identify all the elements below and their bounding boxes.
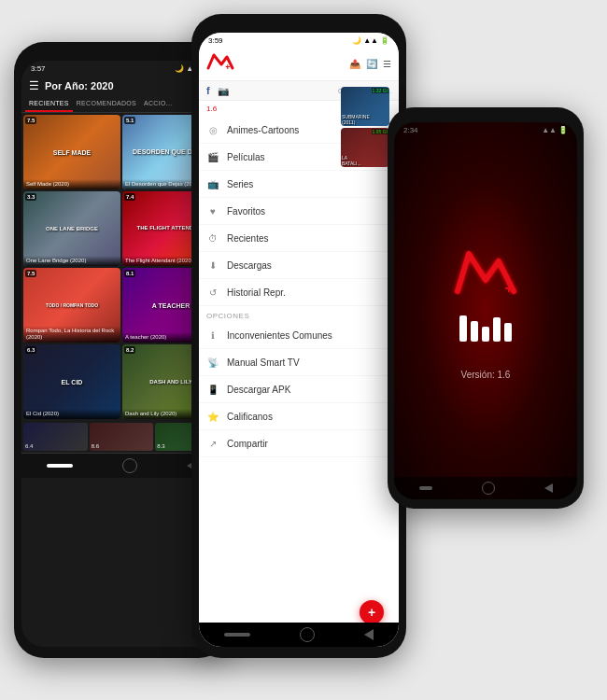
nav-circle-2[interactable] (300, 627, 315, 642)
compartir-icon: ↗ (206, 437, 219, 450)
thumb-size-1: 1.32 GI (372, 88, 388, 93)
battery-icon-3: 🔋 (558, 126, 568, 134)
menu-label-recientes: Recientes (227, 233, 268, 244)
menu-item-compartir[interactable]: ↗ Compartir (199, 430, 399, 457)
smarttv-icon: 📡 (206, 356, 219, 369)
menu-item-inconvenientes[interactable]: ℹ Inconvenientes Comunes (199, 322, 399, 349)
menu-label-animes: Animes-Cartoons (227, 125, 299, 135)
time-center: 3:59 (208, 36, 223, 45)
header-icons: 📤 🔄 ☰ (349, 59, 391, 69)
nav-home-2[interactable] (224, 633, 250, 637)
menu-item-series[interactable]: 📺 Series (199, 171, 399, 198)
menu-item-apk[interactable]: 📱 Descargar APK (199, 376, 399, 403)
time-left: 3:57 (31, 64, 46, 73)
menu-item-descargas[interactable]: ⬇ Descargas (199, 252, 399, 279)
instagram-icon[interactable]: 📷 (218, 86, 229, 96)
menu-label-favoritos: Favoritos (227, 206, 265, 217)
recientes-icon: ⏱ (206, 231, 219, 245)
menu-item-favoritos[interactable]: ♥ Favoritos (199, 198, 399, 225)
status-bar-center: 3:59 🌙 ▲▲ 🔋 (199, 33, 399, 48)
rating-bottom-2: 8.6 (92, 443, 99, 449)
movie-card[interactable]: ONE LANE BRIDGE 3.3 One Lane Bridge (202… (23, 191, 120, 266)
series-icon: 📺 (206, 177, 219, 190)
fab-button[interactable]: + (360, 600, 384, 624)
movie-card[interactable]: TODO / ROMPAN TODO 7.5 Rompan Todo, La H… (23, 268, 120, 343)
menu-icon[interactable]: ☰ (29, 79, 39, 92)
thumb-label-batalla: LABATALI... (342, 155, 361, 166)
tab-recomendados[interactable]: RECOMENDADOS (73, 96, 140, 112)
options-section-title: Opciones (199, 306, 399, 322)
phone-right-screen: 2:34 ▲▲ 🔋 + (394, 122, 577, 499)
menu-icon-2[interactable]: ☰ (383, 59, 391, 69)
menu-item-historial[interactable]: ↺ Historial Repr. (199, 279, 399, 306)
movie-rating: 8.1 (124, 270, 135, 277)
nav-home[interactable] (47, 464, 73, 468)
movie-overlay: El Cid (2020) (23, 409, 120, 419)
menu-label-peliculas: Películas (227, 152, 265, 162)
menu-item-recientes[interactable]: ⏱ Recientes (199, 225, 399, 252)
battery-icon-2: 🔋 (380, 36, 389, 45)
rating-bottom-1: 6.4 (25, 443, 33, 449)
wifi-icon-3: ▲▲ (542, 126, 557, 134)
bar-5 (504, 323, 512, 342)
svg-text:+: + (504, 280, 513, 296)
tab-accion[interactable]: ACCIO... (140, 96, 176, 112)
movie-card[interactable]: EL CID 6.3 El Cid (2020) (23, 344, 120, 419)
menu-label-inconvenientes: Inconvenientes Comunes (227, 330, 332, 341)
inconvenientes-icon: ℹ (206, 329, 219, 342)
tab-recientes[interactable]: RECIENTES (25, 96, 73, 112)
movie-title: One Lane Bridge (2020) (26, 258, 118, 264)
thumb-size-2: 1.95 GI (372, 129, 388, 134)
descargas-icon: ⬇ (206, 259, 219, 272)
thumb-label-submarine: SUBMARINE(2011) (342, 114, 370, 125)
apk-icon: 📱 (206, 383, 219, 396)
splash-content: + Versión: 1.6 (394, 137, 577, 486)
historial-icon: ↺ (206, 286, 219, 299)
splash-logo-svg: + (448, 245, 523, 301)
bottom-nav-center (199, 623, 399, 647)
movie-rating: 7.5 (25, 117, 36, 124)
scene: 3:57 🌙 ▲▲ 🔋 ☰ Por Año: 2020 🔍 RECIENTES … (14, 14, 593, 686)
bar-2 (471, 321, 478, 342)
bottom-nav-right (394, 477, 577, 499)
movie-overlay: Self Made (2020) (23, 179, 120, 189)
phone-center-header: + 📤 🔄 ☰ (199, 48, 399, 81)
thumb-sidebar: SUBMARINE(2011) 1.32 GI LABATALI... 1.95… (341, 87, 389, 167)
movie-title: Rompan Todo, La Historia del Rock (2020) (26, 328, 118, 341)
movie-title: Self Made (2020) (26, 181, 118, 188)
movie-overlay: One Lane Bridge (2020) (23, 256, 120, 266)
bar-4 (493, 317, 501, 342)
thumb-batalla: LABATALI... 1.95 GI (341, 128, 389, 167)
calificanos-icon: ⭐ (206, 410, 219, 423)
movie-rating: 6.3 (25, 346, 36, 354)
moon-icon: 🌙 (175, 64, 184, 73)
nav-home-3[interactable] (419, 486, 432, 490)
movie-card[interactable]: SELF MADE 7.5 Self Made (2020) (23, 115, 120, 189)
nav-back-circle[interactable] (122, 458, 137, 473)
nav-back-2[interactable] (364, 629, 374, 640)
movie-rating: 5.1 (124, 117, 135, 124)
menu-item-calificanos[interactable]: ⭐ Calificanos (199, 403, 399, 430)
movie-rating: 8.2 (124, 346, 135, 354)
favoritos-icon: ♥ (206, 204, 219, 217)
wifi-icon-2: ▲▲ (363, 36, 378, 45)
nav-back-3[interactable] (544, 483, 553, 493)
movie-title: El Cid (2020) (26, 411, 118, 417)
movie-overlay: Rompan Todo, La Historia del Rock (2020) (23, 326, 120, 343)
menu-label-apk: Descargar APK (227, 385, 290, 395)
bar-3 (482, 327, 489, 342)
status-bar-right: 2:34 ▲▲ 🔋 (394, 122, 577, 137)
menu-label-historial: Historial Repr. (227, 287, 286, 298)
facebook-icon[interactable]: f (206, 85, 210, 96)
splash-version: Versión: 1.6 (461, 370, 511, 380)
status-icons-right: ▲▲ 🔋 (542, 126, 568, 134)
menu-label-calificanos: Calificanos (227, 412, 273, 422)
rating-bottom-3: 8.3 (157, 443, 164, 449)
phone-center-screen: 3:59 🌙 ▲▲ 🔋 + 📤 🔄 ☰ (199, 33, 399, 647)
menu-item-smarttv[interactable]: 📡 Manual Smart TV (199, 349, 399, 376)
share-icon[interactable]: 📤 (349, 59, 360, 69)
nav-circle-3[interactable] (482, 482, 495, 495)
refresh-icon[interactable]: 🔄 (366, 59, 377, 69)
animes-icon: ◎ (206, 123, 219, 136)
menu-list: ◎ Animes-Cartoons 🎬 Películas 📺 Series ♥… (199, 117, 399, 457)
